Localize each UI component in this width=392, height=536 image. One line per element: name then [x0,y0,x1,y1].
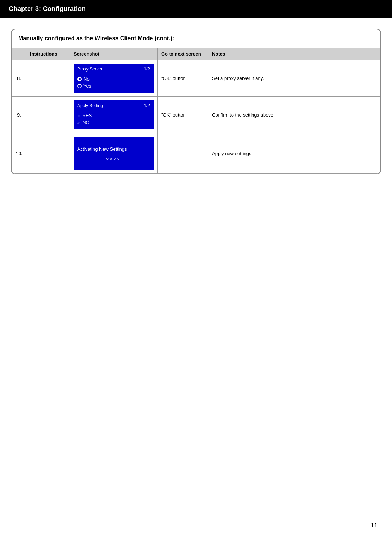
row-8-num: 8. [12,60,26,97]
box-title: Manually configured as the Wireless Clie… [12,29,380,48]
screen-proxy-server: Proxy Server 1/2 No Yes [74,64,154,93]
radio-filled-icon [77,77,82,81]
content-box: Manually configured as the Wireless Clie… [11,29,381,174]
row-10-goto [158,133,208,174]
row-9-instructions [26,97,70,133]
col-header-notes: Notes [208,48,380,60]
row-8-goto: "OK" button [158,60,208,97]
row-9-notes: Confirm to the settings above. [208,97,380,133]
dots-row: oooo [77,156,150,161]
page-header: Chapter 3: Configuration [0,0,392,18]
row-10-screenshot: Activating New Settings oooo [70,133,158,174]
row-10-num: 10. [12,133,26,174]
table-row: 8. Proxy Server 1/2 No [12,60,380,97]
col-header-num [12,48,26,60]
screen-option-yes: Yes [77,82,150,89]
row-8-instructions [26,60,70,97]
row-8-screenshot: Proxy Server 1/2 No Yes [70,60,158,97]
configuration-table: Instructions Screenshot Go to next scree… [12,48,380,174]
page-content: Manually configured as the Wireless Clie… [0,18,392,196]
col-header-screenshot: Screenshot [70,48,158,60]
screen-title: Proxy Server [77,66,102,72]
screen-title-row: Apply Setting 1/2 [77,103,150,110]
option-no-label: NO [82,120,90,125]
option-yes-label: YES [82,113,92,118]
screen-option-no: » NO [77,119,150,126]
arrow-icon: » [77,120,80,125]
screen-apply-setting: Apply Setting 1/2 » YES » NO [74,100,154,129]
table-header-row: Instructions Screenshot Go to next scree… [12,48,380,60]
col-header-goto: Go to next screen [158,48,208,60]
col-header-instructions: Instructions [26,48,70,60]
screen-option-no: No [77,76,150,82]
screen-title-row: Proxy Server 1/2 [77,66,150,73]
screen-activating: Activating New Settings oooo [74,137,154,170]
row-9-screenshot: Apply Setting 1/2 » YES » NO [70,97,158,133]
row-8-notes: Set a proxy server if any. [208,60,380,97]
option-yes-label: Yes [83,83,91,89]
table-row: 10. Activating New Settings oooo Apply n… [12,133,380,174]
screen-option-yes: » YES [77,112,150,119]
row-10-notes: Apply new settings. [208,133,380,174]
header-title: Chapter 3: Configuration [9,5,86,12]
row-9-num: 9. [12,97,26,133]
row-10-instructions [26,133,70,174]
row-9-goto: "OK" button [158,97,208,133]
screen-title: Apply Setting [77,103,103,108]
table-row: 9. Apply Setting 1/2 » YES [12,97,380,133]
screen-page: 1/2 [144,103,150,108]
option-no-label: No [83,76,90,82]
activating-text: Activating New Settings [77,146,127,152]
screen-page: 1/2 [144,66,150,72]
page-number: 11 [371,522,377,529]
arrow-icon: » [77,113,80,118]
radio-empty-icon [77,84,82,88]
